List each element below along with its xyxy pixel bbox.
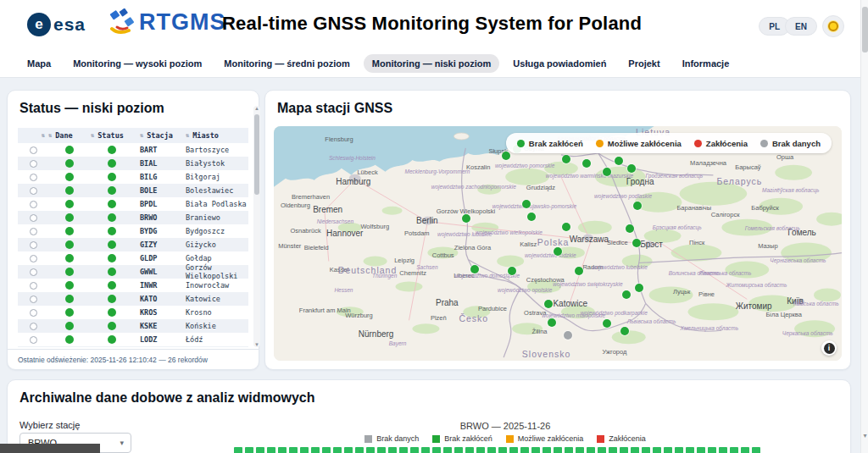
station-marker[interactable] (635, 284, 643, 292)
tab-monitoring-niski-poziom[interactable]: Monitoring — niski poziom (364, 54, 500, 73)
status-led (108, 281, 116, 290)
column-header-status[interactable]: ⇅Status (91, 131, 133, 140)
station-marker[interactable] (564, 331, 572, 340)
table-row-kato[interactable]: KATOKatowice (18, 292, 248, 306)
table-row-lodz[interactable]: LODZŁódź (18, 333, 248, 346)
column-header-dane[interactable]: ⇅Dane (48, 131, 91, 140)
sort-icon[interactable]: ⇅ (48, 132, 52, 139)
table-row-bole[interactable]: BOLEBolesławiec (18, 184, 248, 197)
vertical-scroll-thumb[interactable] (862, 7, 868, 52)
sort-icon[interactable]: ⇅ (42, 132, 45, 139)
table-row-bpdl[interactable]: BPDLBiała Podlaska (18, 197, 248, 211)
tab-projekt[interactable]: Projekt (620, 54, 668, 73)
table-row-gizy[interactable]: GIZYGiżycko (18, 238, 248, 251)
station-marker[interactable] (508, 267, 516, 275)
radio-button[interactable] (30, 296, 37, 303)
tab-mapa[interactable]: Mapa (19, 54, 59, 73)
station-marker[interactable] (632, 239, 641, 247)
scroll-up-icon[interactable]: ▲ (253, 106, 260, 111)
tab-monitoring-redni-poziom[interactable]: Monitoring — średni poziom (215, 54, 359, 73)
station-marker[interactable] (562, 155, 570, 163)
status-led (108, 240, 116, 249)
map-attribution-button[interactable]: i (821, 340, 837, 356)
radio-button[interactable] (30, 228, 37, 235)
sort-icon[interactable]: ⇅ (91, 132, 94, 139)
timeline-segment (454, 447, 463, 453)
table-row-kros[interactable]: KROSKrosno (18, 306, 248, 319)
radio-button[interactable] (30, 323, 37, 330)
station-marker[interactable] (522, 200, 531, 208)
station-marker[interactable] (575, 267, 583, 275)
radio-button[interactable] (30, 268, 37, 276)
theme-toggle-button[interactable] (822, 15, 844, 37)
table-row-bydg[interactable]: BYDGBydgoszcz (18, 224, 248, 238)
radio-button[interactable] (30, 187, 37, 195)
chart-legend: Brak danychBrak zakłóceńMożliwe zakłócen… (234, 434, 776, 443)
table-row-inwr[interactable]: INWRInowrocław (18, 279, 248, 292)
station-city: Gołdap (182, 254, 248, 262)
station-marker[interactable] (603, 168, 611, 176)
dane-status-led (65, 159, 74, 168)
table-row-bial[interactable]: BIALBiałystok (18, 157, 248, 170)
station-marker[interactable] (626, 224, 634, 233)
table-row-gwwl[interactable]: GWWLGorzów Wielkopolski (18, 265, 248, 279)
radio-button[interactable] (30, 214, 37, 222)
station-marker[interactable] (633, 202, 642, 210)
dane-cell (48, 335, 91, 344)
tab-informacje[interactable]: Informacje (674, 54, 738, 73)
station-marker[interactable] (582, 159, 591, 168)
table-row-kske[interactable]: KSKEKońskie (18, 319, 248, 333)
station-marker[interactable] (548, 318, 556, 327)
table-row-oles[interactable]: OLESOleśnica (18, 346, 248, 347)
station-marker[interactable] (544, 300, 553, 308)
column-header-miasto[interactable]: ⇅Miasto (182, 131, 248, 140)
row-radio-cell (18, 309, 48, 317)
station-marker[interactable] (603, 319, 611, 328)
station-code: KATO (133, 295, 182, 303)
column-header-stacja[interactable]: ⇅Stacja (133, 131, 182, 140)
timeline-segment (256, 447, 264, 453)
station-code: KSKE (133, 322, 182, 330)
scroll-down-icon[interactable]: ▼ (253, 342, 260, 347)
sort-icon[interactable]: ⇅ (186, 132, 189, 139)
tab-us-uga-powiadomie-[interactable]: Usługa powiadomień (504, 54, 615, 73)
radio-button[interactable] (30, 241, 37, 249)
table-row-bilg[interactable]: BILGBiłgoraj (18, 170, 248, 184)
station-marker[interactable] (562, 223, 570, 231)
horizontal-scroll-thumb[interactable] (0, 444, 100, 453)
station-marker[interactable] (462, 214, 470, 223)
sort-icon[interactable]: ⇅ (140, 132, 143, 139)
timeline-segment (498, 447, 507, 453)
vertical-scrollbar[interactable]: ▾ (860, 0, 868, 453)
station-marker[interactable] (627, 164, 636, 173)
dane-cell (48, 308, 91, 317)
station-marker[interactable] (502, 152, 510, 160)
station-marker[interactable] (620, 327, 629, 335)
radio-button[interactable] (30, 255, 37, 262)
esa-disc-icon: e (27, 13, 51, 36)
radio-button[interactable] (30, 174, 37, 181)
tab-monitoring-wysoki-poziom[interactable]: Monitoring — wysoki poziom (64, 54, 210, 73)
radio-button[interactable] (30, 160, 37, 168)
station-marker[interactable] (527, 213, 536, 221)
station-marker[interactable] (554, 247, 562, 256)
timeline-segment (476, 447, 485, 453)
status-led (108, 159, 116, 168)
column-header-select[interactable]: ⇅ (18, 132, 48, 139)
dane-status-led (65, 254, 74, 262)
radio-button[interactable] (30, 201, 37, 208)
station-marker[interactable] (622, 290, 631, 299)
radio-button[interactable] (30, 282, 37, 290)
table-scroll-thumb[interactable] (254, 114, 259, 195)
station-code: GWWL (133, 268, 182, 276)
lang-en-button[interactable]: EN (785, 17, 817, 36)
gnss-map[interactable]: HamburgBremenHannoverBerlinNürnbergPraha… (274, 126, 842, 361)
station-marker[interactable] (470, 265, 479, 273)
table-row-brwo[interactable]: BRWOBraniewo (18, 211, 248, 224)
radio-button[interactable] (30, 146, 37, 154)
radio-button[interactable] (30, 309, 37, 317)
station-marker[interactable] (615, 157, 623, 165)
table-scrollbar[interactable]: ▲ ▼ (253, 106, 260, 347)
table-row-bart[interactable]: BARTBartoszyce (18, 143, 248, 157)
radio-button[interactable] (30, 336, 37, 344)
